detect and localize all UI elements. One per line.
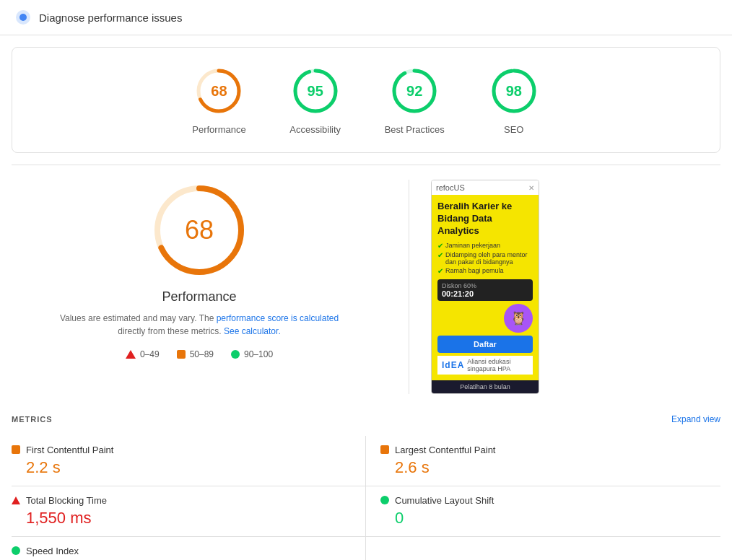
orange-square-icon: [12, 445, 20, 454]
ad-discount-label: Diskon 60%: [442, 282, 528, 289]
ad-checklist-item: ✔Ramah bagi pemula: [437, 267, 533, 275]
score-circle-best-practices: 92: [388, 65, 440, 117]
ad-body: Beralih Karier ke Bidang Data Analytics …: [432, 195, 539, 380]
page-title: Diagnose performance issues: [39, 12, 182, 24]
ad-discount-box: Diskon 60% 00:21:20: [437, 279, 533, 301]
score-label-best-practices: Best Practices: [385, 124, 445, 135]
metric-item: Cumulative Layout Shift 0: [366, 486, 720, 537]
ad-checklist-item: ✔Jaminan pekerjaan: [437, 242, 533, 250]
ad-mascot-icon: 🦉: [504, 304, 533, 333]
legend-row: 0–49 50–89 90–100: [126, 349, 273, 359]
score-item-seo: 98 SEO: [488, 65, 540, 135]
svg-point-1: [19, 14, 27, 21]
metric-item: Total Blocking Time 1,550 ms: [12, 486, 366, 537]
ad-checklist: ✔Jaminan pekerjaan✔Didamping oleh para m…: [437, 242, 533, 275]
legend-range-mid: 50–89: [190, 349, 214, 359]
ad-timer: 00:21:20: [442, 289, 528, 298]
metrics-title: METRICS: [12, 415, 53, 424]
ad-checklist-item: ✔Didamping oleh para mentor dan pakar di…: [437, 251, 533, 266]
ad-cta-button[interactable]: Daftar: [437, 336, 533, 353]
metrics-header: METRICS Expand view: [12, 408, 720, 430]
score-label-performance: Performance: [192, 124, 245, 135]
metric-name: Total Blocking Time: [26, 495, 107, 506]
score-number-accessibility: 95: [308, 83, 323, 100]
square-icon: [177, 350, 186, 359]
score-number-performance: 68: [211, 83, 227, 100]
legend-item-low: 0–49: [126, 349, 160, 359]
metric-name: Largest Contentful Paint: [395, 445, 495, 455]
metric-name: Speed Index: [26, 546, 79, 556]
ad-logo: IdEA: [442, 360, 464, 370]
metric-header: Cumulative Layout Shift: [380, 495, 720, 506]
large-score-number: 68: [185, 215, 214, 245]
ad-logo-bar: IdEA Aliansi edukasi singapura HPA: [437, 356, 533, 375]
main-content: 68 Performance 95 Accessibility 92 Best …: [0, 47, 732, 560]
ad-logo-tagline: Aliansi edukasi singapura HPA: [467, 358, 528, 372]
expand-view-button[interactable]: Expand view: [671, 414, 720, 424]
perf-desc: Values are estimated and may vary. The p…: [55, 312, 344, 338]
metrics-section: METRICS Expand view First Contentful Pai…: [0, 408, 732, 560]
metrics-grid: First Contentful Paint 2.2 s Largest Con…: [12, 436, 720, 560]
perf-score-link[interactable]: performance score is calculated: [217, 313, 339, 323]
score-circle-performance: 68: [193, 65, 245, 117]
ad-mascot-area: 🦉: [437, 304, 533, 333]
ad-brand: refocUS: [436, 183, 465, 192]
legend-range-high: 90–100: [244, 349, 273, 359]
lighthouse-icon: [14, 9, 32, 26]
ad-footer: Pelatihan 8 bulan: [432, 380, 539, 393]
legend-range-low: 0–49: [140, 349, 160, 359]
red-triangle-icon: [12, 496, 20, 504]
ad-header: refocUS ✕: [432, 180, 539, 195]
score-label-seo: SEO: [504, 124, 523, 135]
score-number-best-practices: 92: [406, 83, 422, 100]
scores-row: 68 Performance 95 Accessibility 92 Best …: [41, 65, 691, 135]
score-label-accessibility: Accessibility: [289, 124, 341, 135]
large-score-circle: 68: [149, 180, 250, 281]
metric-item: Speed Index 3.2 s: [12, 537, 366, 560]
check-icon: ✔: [437, 242, 443, 250]
desc-text1: Values are estimated and may vary. The: [60, 313, 214, 323]
triangle-icon: [126, 350, 136, 359]
score-circle-seo: 98: [488, 65, 540, 117]
ad-close-button[interactable]: ✕: [528, 184, 534, 192]
metric-name: Cumulative Layout Shift: [395, 495, 494, 506]
left-panel: 68 Performance Values are estimated and …: [12, 180, 387, 394]
metric-value: 2.6 s: [380, 458, 720, 477]
metric-header: Largest Contentful Paint: [380, 445, 720, 455]
green-circle-icon: [380, 496, 389, 504]
metric-item: First Contentful Paint 2.2 s: [12, 436, 366, 486]
vertical-divider: [409, 180, 409, 394]
score-item-accessibility: 95 Accessibility: [289, 65, 341, 135]
right-panel: refocUS ✕ Beralih Karier ke Bidang Data …: [431, 180, 539, 394]
ad-card: refocUS ✕ Beralih Karier ke Bidang Data …: [431, 180, 539, 394]
score-number-seo: 98: [506, 83, 522, 100]
header: Diagnose performance issues: [0, 0, 732, 35]
legend-item-high: 90–100: [231, 349, 273, 359]
page-wrapper: Diagnose performance issues 68 Performan…: [0, 0, 732, 560]
detail-section: 68 Performance Values are estimated and …: [0, 165, 732, 408]
circle-icon: [231, 350, 240, 359]
metric-name: First Contentful Paint: [26, 445, 113, 455]
green-circle-icon: [12, 546, 20, 555]
scores-section: 68 Performance 95 Accessibility 92 Best …: [12, 47, 720, 153]
metric-value: 2.2 s: [12, 458, 351, 477]
metric-header: Speed Index: [12, 546, 351, 556]
check-icon: ✔: [437, 251, 443, 259]
metric-header: Total Blocking Time: [12, 495, 351, 506]
check-icon: ✔: [437, 267, 443, 275]
legend-item-mid: 50–89: [177, 349, 214, 359]
calculator-link[interactable]: See calculator.: [224, 326, 281, 336]
metric-value: 1,550 ms: [12, 509, 351, 528]
metric-value: 0: [380, 509, 720, 528]
metric-header: First Contentful Paint: [12, 445, 351, 455]
score-circle-accessibility: 95: [289, 65, 341, 117]
perf-title: Performance: [162, 289, 236, 305]
ad-title: Beralih Karier ke Bidang Data Analytics: [437, 201, 533, 237]
desc-text2: directly from these metrics.: [118, 326, 221, 336]
score-item-performance: 68 Performance: [192, 65, 245, 135]
orange-square-icon: [380, 445, 389, 454]
score-item-best-practices: 92 Best Practices: [385, 65, 445, 135]
metric-item: Largest Contentful Paint 2.6 s: [366, 436, 720, 486]
